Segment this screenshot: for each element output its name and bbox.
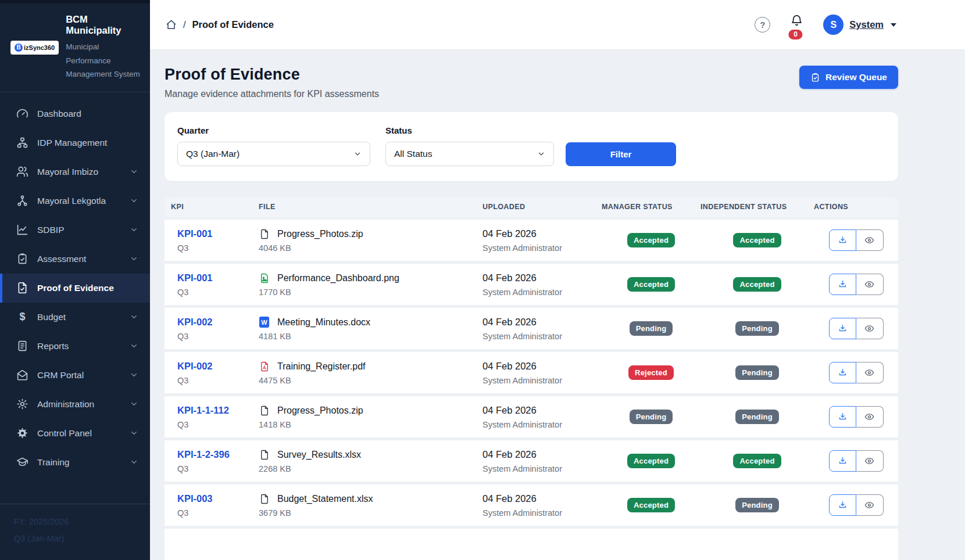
sidebar-item-label: Assessment — [37, 254, 86, 264]
download-button[interactable] — [829, 362, 856, 383]
kpi-link[interactable]: KPI-002 — [177, 361, 259, 372]
breadcrumb-separator: / — [183, 19, 186, 30]
table-header: KPI FILE UPLOADED MANAGER STATUS INDEPEN… — [165, 197, 898, 217]
kpi-link[interactable]: KPI-1-1-112 — [177, 405, 259, 416]
file-name: Performance_Dashboard.png — [277, 273, 399, 283]
sidebar-item[interactable]: Assessment — [0, 245, 150, 274]
download-button[interactable] — [829, 406, 856, 428]
table-body: KPI-001 Q3 Progress_Photo — [165, 220, 898, 526]
kpi-link[interactable]: KPI-1-2-396 — [177, 449, 259, 460]
status-select[interactable]: All Status — [385, 142, 554, 166]
uploaded-by: System Administrator — [482, 508, 602, 518]
notifications-button[interactable]: 0 — [790, 15, 803, 30]
sidebar-nav: Dashboard IDP Management — [0, 92, 150, 477]
view-button[interactable] — [856, 362, 884, 383]
quarter-label: Q3 (Jan-Mar) — [14, 530, 136, 547]
kpi-link[interactable]: KPI-001 — [177, 228, 259, 239]
kpi-link[interactable]: KPI-001 — [177, 272, 259, 283]
table-row: KPI-001 Q3 Performance_Da — [165, 264, 898, 305]
sidebar-item[interactable]: CRM Portal — [0, 361, 150, 390]
eye-icon — [864, 235, 874, 245]
download-button[interactable] — [829, 450, 856, 472]
download-button[interactable] — [829, 229, 856, 251]
kpi-quarter: Q3 — [177, 376, 259, 385]
file-name: Progress_Photos.zip — [277, 229, 363, 239]
view-button[interactable] — [856, 406, 884, 428]
graduation-cap-icon — [16, 456, 28, 468]
file-check-icon — [16, 282, 28, 294]
manager-status-badge: Accepted — [627, 277, 675, 292]
kpi-link[interactable]: KPI-003 — [177, 493, 259, 504]
chevron-down-icon — [130, 254, 138, 263]
user-menu[interactable]: S System — [823, 15, 896, 35]
download-button[interactable] — [829, 318, 856, 339]
filter-button[interactable]: Filter — [566, 142, 676, 166]
home-icon[interactable] — [166, 19, 177, 30]
uploaded-by: System Administrator — [482, 243, 602, 253]
independent-status-badge: Accepted — [733, 233, 781, 247]
independent-status-badge: Pending — [735, 321, 779, 336]
page-subtitle: Manage evidence attachments for KPI asse… — [165, 89, 379, 99]
sidebar-item[interactable]: $ Budget — [0, 303, 150, 332]
quarter-select[interactable]: Q3 (Jan-Mar) — [177, 142, 370, 166]
status-label: Status — [385, 125, 554, 135]
file-size: 1770 KB — [259, 288, 482, 297]
sidebar-item[interactable]: SDBIP — [0, 216, 150, 245]
file-name: Training_Register.pdf — [277, 361, 366, 372]
manager-status-badge: Pending — [630, 410, 673, 424]
help-icon[interactable]: ? — [755, 17, 770, 33]
uploaded-date: 04 Feb 2026 — [482, 449, 602, 460]
sidebar-item[interactable]: Proof of Evidence — [0, 274, 150, 303]
download-icon — [838, 324, 848, 333]
sidebar-item[interactable]: IDP Management — [0, 128, 150, 157]
bizsync-logo-text: izSync360 — [24, 44, 55, 51]
sidebar-item-label: IDP Management — [37, 138, 107, 148]
view-button[interactable] — [856, 494, 884, 516]
share-nodes-icon — [16, 195, 28, 207]
independent-status-badge: Accepted — [733, 454, 781, 468]
independent-status-badge: Pending — [735, 365, 779, 380]
table-row: KPI-003 Q3 Budget_Stateme — [165, 484, 898, 526]
file-lines-icon — [16, 340, 28, 352]
sidebar: B izSync360 BCM Municipality Municipal P… — [0, 0, 150, 560]
view-button[interactable] — [856, 229, 884, 251]
sidebar-item[interactable]: Mayoral Lekgotla — [0, 186, 150, 216]
sidebar-footer: FY: 2025/2026 Q3 (Jan-Mar) — [0, 504, 150, 560]
chevron-down-icon — [130, 458, 138, 466]
uploaded-date: 04 Feb 2026 — [482, 228, 602, 239]
bell-icon — [790, 15, 803, 28]
file-size: 4046 KB — [259, 243, 482, 253]
clipboard-check-icon — [810, 73, 820, 82]
sidebar-item-label: Dashboard — [37, 109, 81, 119]
download-button[interactable] — [829, 274, 856, 295]
view-button[interactable] — [856, 450, 884, 472]
sidebar-item-label: Control Panel — [37, 428, 92, 439]
review-queue-button[interactable]: Review Queue — [799, 66, 898, 89]
view-button[interactable] — [856, 274, 884, 295]
fiscal-year-label: FY: 2025/2026 — [14, 514, 136, 530]
breadcrumb: / Proof of Evidence — [166, 19, 274, 30]
sidebar-item-label: Proof of Evidence — [37, 283, 114, 293]
sidebar-item[interactable]: Control Panel — [0, 419, 150, 448]
file-icon — [259, 448, 270, 461]
quarter-label: Quarter — [177, 125, 370, 135]
download-button[interactable] — [829, 494, 856, 516]
sidebar-item[interactable]: Reports — [0, 332, 150, 361]
chevron-down-icon — [130, 225, 138, 234]
view-button[interactable] — [856, 318, 884, 339]
sidebar-item[interactable]: Administration — [0, 390, 150, 419]
uploaded-date: 04 Feb 2026 — [482, 493, 602, 504]
chevron-down-icon — [130, 371, 138, 379]
file-size: 4181 KB — [259, 332, 482, 341]
sidebar-item[interactable]: Training — [0, 448, 150, 477]
download-icon — [838, 279, 848, 289]
table-row: KPI-002 Q3 Training_Regis — [165, 352, 898, 393]
col-file: FILE — [259, 203, 482, 211]
gauge-icon — [16, 107, 28, 120]
chevron-down-icon — [130, 429, 138, 437]
kpi-link[interactable]: KPI-002 — [177, 317, 259, 328]
sidebar-item[interactable]: Mayoral Imbizo — [0, 157, 150, 186]
sidebar-item[interactable]: Dashboard — [0, 99, 150, 128]
independent-status-badge: Pending — [735, 410, 779, 424]
user-name: System — [849, 19, 884, 30]
